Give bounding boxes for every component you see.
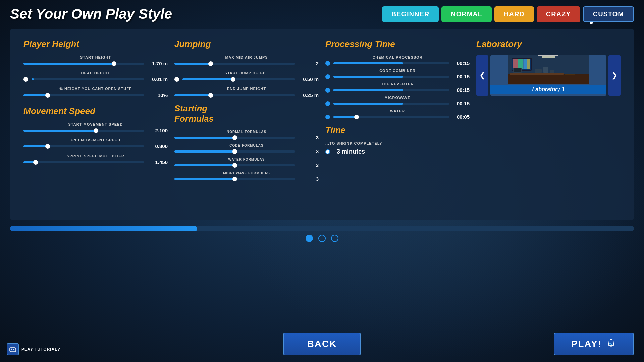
svg-point-23 (611, 344, 612, 345)
chemical-proc-fill (333, 62, 403, 64)
chemical-proc-track[interactable] (333, 62, 449, 64)
svg-point-28 (13, 349, 14, 350)
svg-rect-20 (542, 56, 555, 58)
end-jump-fill (174, 94, 211, 96)
start-jump-fill (182, 78, 233, 80)
water-formulas-value: 3 (299, 162, 319, 168)
sprint-mult-slider-group: SPRINT SPEED MULTIPLIER 1.450 (23, 154, 168, 165)
start-jump-left-thumb[interactable] (174, 77, 179, 82)
start-height-row: 1.70 m (23, 61, 168, 66)
max-air-jumps-row: 2 (174, 61, 319, 66)
sprint-mult-label: SPRINT SPEED MULTIPLIER (23, 154, 168, 158)
svg-rect-6 (513, 59, 518, 69)
crazy-button[interactable]: CRAZY (537, 6, 580, 22)
reverter-toggle[interactable] (325, 88, 330, 93)
water-toggle[interactable] (325, 115, 330, 119)
water-formulas-track[interactable] (174, 164, 295, 166)
back-button[interactable]: BACK (283, 333, 361, 355)
dead-height-track[interactable] (32, 78, 144, 80)
time-subtitle: ...to shrink completely (325, 141, 470, 145)
pct-height-label: % HEIGHT YOU CANT OPEN STUFF (23, 87, 168, 91)
end-move-track[interactable] (23, 145, 144, 147)
sprint-mult-thumb[interactable] (33, 160, 38, 165)
reverter-time: 00:15 (453, 87, 470, 93)
start-jump-track[interactable] (182, 78, 295, 80)
pct-height-thumb[interactable] (45, 93, 50, 98)
start-move-thumb[interactable] (94, 128, 98, 133)
end-move-thumb[interactable] (45, 144, 50, 149)
end-jump-thumb[interactable] (208, 93, 213, 98)
chemical-proc-row: CHEMICAL PROCESSOR 00:15 (325, 55, 470, 66)
code-combiner-row: CODE COMBINER 00:15 (325, 69, 470, 79)
max-air-jumps-track[interactable] (174, 63, 295, 65)
page-dot-2[interactable] (318, 235, 326, 242)
code-combiner-track[interactable] (333, 76, 449, 78)
svg-rect-7 (518, 59, 523, 69)
microwave-formulas-track[interactable] (174, 178, 295, 180)
sprint-mult-value: 1.450 (148, 159, 168, 165)
water-formulas-thumb[interactable] (232, 163, 237, 168)
code-combiner-time: 00:15 (453, 74, 470, 79)
page-dot-3[interactable] (331, 235, 338, 242)
jumping-title: Jumping (174, 39, 319, 49)
microwave-row: MICROWAVE 00:15 (325, 96, 470, 106)
end-jump-height-label: END JUMP HEIGHT (174, 87, 319, 91)
start-height-track[interactable] (23, 63, 144, 65)
max-air-jumps-thumb[interactable] (208, 61, 213, 66)
main-panel: Player Height START HEIGHT 1.70 m DEAD H… (10, 29, 634, 220)
reverter-track[interactable] (333, 89, 449, 91)
time-toggle[interactable] (325, 149, 330, 154)
jumping-column: Jumping MAX MID AIR JUMPS 2 START JUMP H… (174, 39, 319, 210)
normal-button[interactable]: NORMAL (441, 6, 492, 22)
normal-formulas-label: NORMAL FORMULAS (174, 130, 319, 134)
code-formulas-thumb[interactable] (232, 149, 237, 154)
dead-height-left-thumb[interactable] (23, 77, 28, 82)
normal-formulas-row: NORMAL FORMULAS 3 (174, 130, 319, 140)
microwave-formulas-slider-row: 3 (174, 176, 319, 182)
dead-height-row: 0.01 m (23, 76, 168, 82)
microwave-toggle[interactable] (325, 101, 330, 106)
svg-rect-14 (543, 67, 548, 73)
microwave-label: MICROWAVE (325, 96, 470, 100)
start-move-track[interactable] (23, 130, 144, 132)
play-button[interactable]: PLAY! (554, 333, 634, 355)
normal-formulas-track[interactable] (174, 137, 295, 139)
custom-button[interactable]: CUSTOM (583, 6, 634, 22)
lab-prev-button[interactable]: ❮ (476, 55, 488, 96)
start-jump-thumb[interactable] (231, 77, 235, 82)
page-dots (10, 235, 634, 242)
code-formulas-track[interactable] (174, 150, 295, 153)
normal-formulas-value: 3 (299, 135, 319, 140)
hard-button[interactable]: HARD (494, 6, 534, 22)
svg-rect-15 (550, 70, 554, 73)
normal-formulas-thumb[interactable] (232, 135, 237, 140)
code-combiner-toggle[interactable] (325, 74, 330, 79)
svg-point-22 (609, 343, 611, 344)
water-thumb[interactable] (354, 115, 359, 119)
end-move-value: 0.800 (148, 143, 168, 149)
microwave-track[interactable] (333, 103, 449, 105)
start-height-thumb[interactable] (112, 61, 116, 66)
water-formulas-row: WATER FORMULAS 3 (174, 158, 319, 168)
sprint-mult-track[interactable] (23, 161, 144, 163)
tutorial-icon (7, 343, 19, 355)
start-move-row: 2.100 (23, 128, 168, 133)
reverter-label: THE REVERTER (325, 82, 470, 86)
code-formulas-fill (174, 150, 235, 153)
pct-height-track[interactable] (23, 94, 144, 96)
chemical-proc-slider-row: 00:15 (325, 60, 470, 66)
water-track[interactable] (333, 116, 449, 118)
page-dot-1[interactable] (306, 235, 313, 242)
end-jump-track[interactable] (174, 94, 295, 96)
lab-next-button[interactable]: ❯ (608, 55, 621, 96)
pct-height-value: 10% (148, 92, 168, 98)
start-move-value: 2.100 (148, 128, 168, 133)
tutorial-button[interactable]: PLAY TUTORIAL? (7, 343, 60, 355)
start-height-value: 1.70 m (148, 61, 168, 66)
start-jump-value: 0.50 m (299, 76, 319, 82)
chemical-proc-toggle[interactable] (325, 61, 330, 66)
pct-height-fill (23, 94, 48, 96)
microwave-formulas-thumb[interactable] (232, 177, 237, 181)
max-air-jumps-label: MAX MID AIR JUMPS (174, 55, 319, 59)
beginner-button[interactable]: BEGINNER (382, 6, 439, 22)
